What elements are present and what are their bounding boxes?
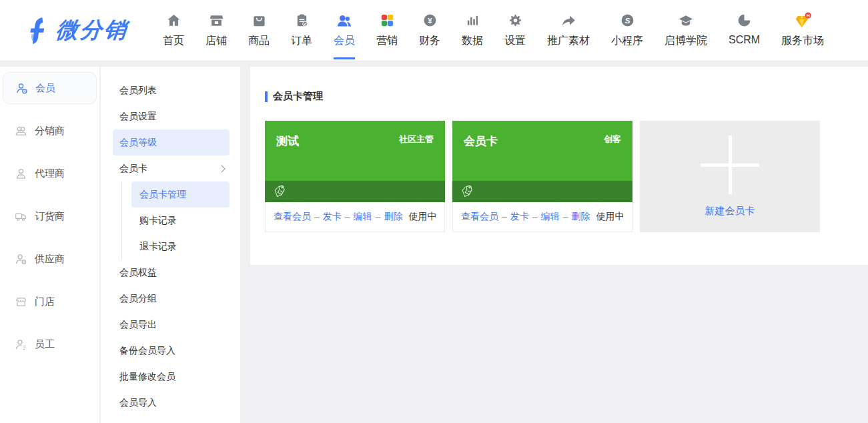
nav-item-finance[interactable]: ¥ 财务 (408, 2, 451, 59)
graduation-cap-icon (678, 12, 694, 29)
sidebar-item-stores[interactable]: 门店 (0, 280, 99, 323)
nav-label: 商品 (248, 34, 270, 48)
submenu-item-member-export[interactable]: 会员导出 (101, 312, 240, 338)
tags-icon (272, 183, 290, 200)
nav-item-products[interactable]: 商品 (238, 2, 280, 59)
gear-icon (508, 12, 523, 29)
section-title: 会员卡管理 (265, 90, 868, 103)
logo-mark-icon (27, 16, 51, 45)
edit-link[interactable]: 编辑 (354, 211, 372, 223)
card-status: 使用中 (408, 211, 436, 223)
nav-item-home[interactable]: 首页 (152, 2, 195, 59)
store-icon (209, 12, 224, 29)
submenu-item-member-list[interactable]: 会员列表 (101, 77, 240, 103)
submenu-label: 退卡记录 (139, 241, 177, 253)
card-header: 会员卡 创客 (452, 121, 632, 181)
nav-label: 财务 (419, 34, 440, 48)
home-icon (166, 12, 181, 29)
main-panel: 会员卡管理 测试 社区主管 查看会员 – 发卡 – 编辑 – 删除 使用中 (250, 67, 868, 265)
submenu-label: 会员卡管理 (139, 189, 186, 201)
submenu-label: 购卡记录 (139, 215, 177, 227)
card-title: 测试 (276, 133, 299, 181)
nav-item-service-market[interactable]: H 服务市场 (771, 2, 835, 59)
sidebar-item-members[interactable]: 会员 (3, 72, 97, 104)
card-level-badge: 社区主管 (399, 133, 434, 181)
nav-item-data[interactable]: 数据 (451, 2, 494, 59)
nav-label: 首页 (163, 34, 184, 48)
shopping-bag-icon (252, 12, 267, 29)
nav-item-members[interactable]: 会员 (323, 2, 366, 59)
nav-label: SCRM (729, 34, 760, 46)
svg-text:S: S (624, 17, 630, 25)
card-header: 测试 社区主管 (265, 121, 445, 181)
agent-person-icon (15, 167, 27, 180)
nav-label: 服务市场 (781, 34, 824, 48)
new-card-label: 新建会员卡 (705, 205, 755, 218)
svg-text:¥: ¥ (428, 17, 432, 25)
app-logo[interactable]: 微分销 (0, 15, 152, 45)
service-market-badge: H (806, 13, 809, 17)
submenu-item-card-purchase-records[interactable]: 购卡记录 (122, 207, 240, 234)
pie-chart-icon (737, 12, 752, 29)
delete-link[interactable]: 删除 (571, 211, 590, 223)
link-separator: – (345, 212, 350, 222)
primary-sidebar: 会员 分销商 代理商 订货商 供应商 门店 员工 (0, 67, 100, 423)
submenu-item-member-card-manage[interactable]: 会员卡管理 (131, 181, 230, 207)
bar-chart-icon (465, 12, 480, 29)
submenu-item-backup-member-import[interactable]: 备份会员导入 (101, 338, 240, 364)
view-members-link[interactable]: 查看会员 (274, 211, 311, 223)
gem-badge-icon: H (794, 12, 812, 29)
sidebar-item-staff[interactable]: 员工 (0, 323, 99, 366)
submenu-item-member-level[interactable]: 会员等级 (113, 129, 230, 155)
submenu-item-member-import[interactable]: 会员导入 (101, 390, 240, 416)
nav-item-marketing[interactable]: 营销 (366, 2, 408, 59)
submenu-label: 会员列表 (119, 85, 157, 97)
sidebar-item-label: 员工 (35, 338, 55, 351)
finance-yen-icon: ¥ (422, 12, 438, 29)
sidebar-item-suppliers[interactable]: 供应商 (0, 238, 99, 280)
edit-link[interactable]: 编辑 (541, 211, 560, 223)
new-member-card-button[interactable]: 新建会员卡 (640, 121, 820, 232)
delete-link[interactable]: 删除 (384, 211, 402, 223)
card-status: 使用中 (596, 211, 624, 223)
nav-item-settings[interactable]: 设置 (494, 2, 536, 59)
member-person-icon (15, 82, 28, 95)
nav-item-academy[interactable]: 启博学院 (654, 2, 718, 59)
issue-card-link[interactable]: 发卡 (510, 211, 529, 223)
tags-icon (460, 183, 477, 200)
storefront-icon (15, 296, 27, 308)
card-strip (452, 181, 632, 202)
nav-label: 数据 (462, 34, 483, 48)
submenu-item-member-benefits[interactable]: 会员权益 (101, 260, 240, 286)
nav-item-scrm[interactable]: SCRM (718, 2, 771, 57)
card-footer: 查看会员 – 发卡 – 编辑 – 删除 使用中 (452, 202, 632, 232)
card-footer: 查看会员 – 发卡 – 编辑 – 删除 使用中 (265, 202, 445, 232)
submenu-label: 会员导出 (119, 319, 157, 331)
members-people-icon (336, 12, 352, 29)
sidebar-item-order-dealers[interactable]: 订货商 (0, 195, 99, 238)
submenu-label: 会员导入 (119, 397, 157, 409)
submenu-item-member-groups[interactable]: 会员分组 (101, 286, 240, 312)
link-separator: – (563, 212, 568, 222)
sidebar-item-label: 门店 (35, 296, 55, 308)
submenu-item-member-settings[interactable]: 会员设置 (101, 103, 240, 129)
page-title: 会员卡管理 (273, 90, 323, 103)
sidebar-item-agents[interactable]: 代理商 (0, 152, 99, 195)
submenu-item-batch-modify-members[interactable]: 批量修改会员 (101, 364, 240, 390)
sidebar-item-label: 代理商 (35, 167, 65, 180)
nav-item-shop[interactable]: 店铺 (195, 2, 238, 59)
sidebar-item-label: 会员 (35, 82, 55, 95)
nav-item-orders[interactable]: 订单 (280, 2, 323, 59)
nav-item-promotion-materials[interactable]: 推广素材 (536, 2, 600, 59)
submenu-item-card-refund-records[interactable]: 退卡记录 (122, 234, 240, 260)
nav-label: 订单 (291, 34, 312, 48)
issue-card-link[interactable]: 发卡 (323, 211, 342, 223)
submenu-item-member-card[interactable]: 会员卡 (101, 155, 240, 181)
view-members-link[interactable]: 查看会员 (461, 211, 498, 223)
staff-person-icon (15, 338, 27, 351)
nav-item-miniprogram[interactable]: S 小程序 (600, 2, 654, 59)
marketing-dots-icon (380, 12, 395, 29)
member-card-subgroup: 会员卡管理 购卡记录 退卡记录 (121, 181, 240, 260)
sidebar-item-distributors[interactable]: 分销商 (0, 109, 99, 152)
sidebar-item-label: 供应商 (35, 253, 65, 266)
